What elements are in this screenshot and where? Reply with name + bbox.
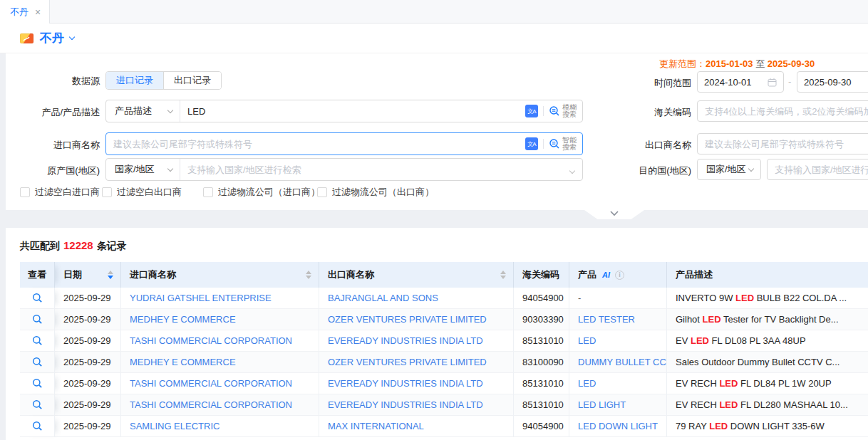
- view-icon[interactable]: [32, 335, 43, 346]
- view-icon[interactable]: [32, 314, 43, 325]
- exporter-link[interactable]: EVEREADY INDUSTRIES INDIA LTD: [328, 335, 483, 346]
- sort-icons-date[interactable]: [108, 271, 113, 279]
- exporter-link[interactable]: BAJRANGLAL AND SONS: [328, 293, 438, 303]
- hs-code-cell: 85131010: [514, 330, 569, 352]
- exporter-input[interactable]: [698, 139, 868, 150]
- view-icon[interactable]: [32, 378, 43, 389]
- description-cell: EV RECH LED FL DL280 MASHAAL 10...: [667, 394, 868, 416]
- importer-link[interactable]: YUDRAI GATSHEL ENTERPRISE: [130, 293, 272, 303]
- description-cell: 79 RAY LED DOWN LIGHT 335-6W: [667, 416, 868, 437]
- product-type-select[interactable]: 产品描述: [106, 100, 180, 122]
- update-range-to: 2025-09-30: [768, 58, 815, 69]
- search-icon: [549, 105, 560, 117]
- view-icon[interactable]: [32, 293, 43, 303]
- filter-blank-importer-checkbox[interactable]: 过滤空白进口商: [20, 186, 100, 199]
- checkbox-icon[interactable]: [20, 187, 30, 197]
- destination-country-input[interactable]: [768, 164, 868, 175]
- filter-logistics-importer-checkbox[interactable]: 过滤物流公司（进口商）: [203, 186, 320, 199]
- importer-link[interactable]: TASHI COMMERCIAL CORPORATION: [130, 335, 292, 346]
- tab-close-icon[interactable]: ×: [35, 7, 41, 17]
- exporter-link[interactable]: OZER VENTURES PRIVATE LIMITED: [328, 357, 487, 367]
- translate-icon[interactable]: 文A: [525, 137, 538, 150]
- results-table: 查看 日期 进口商名称 出口商名称 海关编码 产品 AI i 产品描述 2025…: [20, 262, 868, 437]
- col-description: 产品描述: [667, 262, 868, 288]
- filter-blank-exporter-checkbox[interactable]: 过滤空白出口商: [102, 186, 182, 199]
- smart-search-button[interactable]: 智能搜索: [549, 137, 577, 151]
- product-link[interactable]: LED: [578, 378, 596, 389]
- date-cell: 2025-09-29: [55, 352, 121, 373]
- view-cell: [20, 373, 55, 394]
- importer-cell: YUDRAI GATSHEL ENTERPRISE: [121, 288, 319, 309]
- product-search-input[interactable]: [180, 106, 525, 117]
- product-link[interactable]: LED LIGHT: [578, 399, 626, 410]
- exporter-link[interactable]: OZER VENTURES PRIVATE LIMITED: [328, 314, 487, 325]
- col-hs-code: 海关编码: [514, 262, 569, 288]
- filter-logistics-exporter-checkbox[interactable]: 过滤物流公司（出口商）: [317, 186, 434, 199]
- view-icon[interactable]: [32, 357, 43, 367]
- product-link[interactable]: DUMMY BULLET CCTV...: [578, 357, 667, 367]
- exporter-cell: EVEREADY INDUSTRIES INDIA LTD: [319, 394, 514, 416]
- importer-link[interactable]: MEDHEY E COMMERCE: [130, 357, 236, 367]
- date-start-field[interactable]: [697, 71, 784, 93]
- date-end-field[interactable]: [797, 71, 868, 93]
- exporter-link[interactable]: MAX INTERNATIONAL: [328, 421, 424, 431]
- view-icon[interactable]: [32, 399, 43, 410]
- col-importer: 进口商名称: [121, 262, 319, 288]
- exporter-link[interactable]: EVEREADY INDUSTRIES INDIA LTD: [328, 399, 483, 410]
- checkbox-icon[interactable]: [203, 187, 213, 197]
- table-row: 2025-09-29MEDHEY E COMMERCEOZER VENTURES…: [20, 309, 868, 330]
- destination-country-select[interactable]: 国家/地区: [697, 159, 761, 180]
- importer-link[interactable]: TASHI COMMERCIAL CORPORATION: [130, 399, 292, 410]
- date-cell: 2025-09-29: [55, 330, 121, 352]
- hs-code-cell: 83100090: [514, 352, 569, 373]
- data-source-label: 数据源: [6, 75, 100, 88]
- date-start-input[interactable]: [704, 77, 763, 88]
- chevron-down-icon[interactable]: [69, 34, 75, 40]
- table-header: 查看 日期 进口商名称 出口商名称 海关编码 产品 AI i 产品描述: [20, 262, 868, 288]
- importer-link[interactable]: MEDHEY E COMMERCE: [130, 314, 236, 325]
- checkbox-label: 过滤空白出口商: [117, 186, 182, 199]
- time-range-label: 时间范围: [633, 77, 691, 90]
- origin-country-input[interactable]: [180, 164, 570, 175]
- sort-icons-importer[interactable]: [306, 271, 311, 279]
- product-cell: LED LIGHT: [569, 394, 667, 416]
- product-cell: -: [569, 288, 667, 309]
- count-value: 12228: [63, 239, 93, 251]
- view-icon[interactable]: [32, 421, 43, 431]
- checkbox-icon[interactable]: [317, 187, 327, 197]
- table-body: 2025-09-29YUDRAI GATSHEL ENTERPRISEBAJRA…: [20, 288, 868, 437]
- checkbox-label: 过滤物流公司（出口商）: [332, 186, 434, 199]
- view-cell: [20, 352, 55, 373]
- fuzzy-search-button[interactable]: 模糊搜索: [549, 104, 577, 118]
- product-link[interactable]: LED: [578, 335, 596, 346]
- view-cell: [20, 394, 55, 416]
- chevron-down-icon: [570, 164, 574, 175]
- exporter-link[interactable]: EVEREADY INDUSTRIES INDIA LTD: [328, 378, 483, 389]
- importer-link[interactable]: TASHI COMMERCIAL CORPORATION: [130, 378, 292, 389]
- hs-code-input[interactable]: [698, 106, 868, 117]
- product-link[interactable]: LED DOWN LIGHT: [578, 421, 658, 431]
- hs-code-cell: 85131010: [514, 394, 569, 416]
- product-cell: LED: [569, 373, 667, 394]
- sort-icons-exporter[interactable]: [500, 271, 506, 279]
- count-prefix: 共匹配到: [20, 240, 60, 251]
- checkbox-icon[interactable]: [102, 187, 112, 197]
- translate-icon[interactable]: 文A: [525, 105, 538, 117]
- toggle-import-records[interactable]: 进口记录: [106, 72, 163, 89]
- importer-link[interactable]: SAMLING ELECTRIC: [130, 421, 219, 431]
- divider: [543, 139, 544, 149]
- table-row: 2025-09-29MEDHEY E COMMERCEOZER VENTURES…: [20, 352, 868, 373]
- tab-bhutan[interactable]: 不丹 ×: [0, 0, 50, 23]
- smart-search-label-2: 搜索: [562, 143, 577, 151]
- result-count: 共匹配到12228条记录: [6, 228, 868, 253]
- importer-input[interactable]: [106, 139, 525, 150]
- date-end-input[interactable]: [804, 77, 868, 88]
- toggle-export-records[interactable]: 出口记录: [163, 72, 221, 89]
- origin-country-select[interactable]: 国家/地区: [106, 159, 180, 180]
- exporter-field: [697, 133, 868, 154]
- view-cell: [20, 416, 55, 437]
- product-link[interactable]: LED TESTER: [578, 314, 635, 325]
- update-range-from: 2015-01-03: [706, 58, 753, 69]
- product-type-value: 产品描述: [115, 105, 152, 117]
- info-icon[interactable]: i: [615, 271, 624, 280]
